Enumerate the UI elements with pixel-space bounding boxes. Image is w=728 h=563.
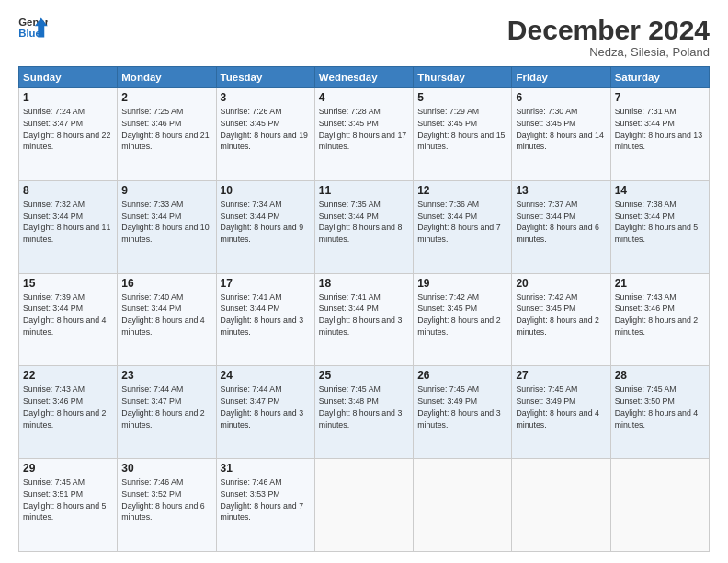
location: Nedza, Silesia, Poland [507, 45, 710, 59]
day-info: Sunrise: 7:34 AMSunset: 3:44 PMDaylight:… [221, 199, 311, 246]
day-number: 6 [516, 91, 606, 104]
title-block: December 2024 Nedza, Silesia, Poland [507, 15, 710, 59]
month-title: December 2024 [507, 15, 710, 45]
day-number: 19 [417, 277, 507, 290]
day-info: Sunrise: 7:45 AMSunset: 3:49 PMDaylight:… [417, 384, 507, 431]
day-number: 9 [121, 184, 211, 197]
page: General Blue December 2024 Nedza, Silesi… [0, 0, 728, 563]
day-number: 23 [121, 369, 211, 382]
day-number: 21 [615, 277, 705, 290]
day-number: 13 [516, 184, 606, 197]
day-number: 26 [417, 369, 507, 382]
day-info: Sunrise: 7:44 AMSunset: 3:47 PMDaylight:… [121, 384, 211, 431]
day-info: Sunrise: 7:43 AMSunset: 3:46 PMDaylight:… [615, 292, 705, 339]
header: General Blue December 2024 Nedza, Silesi… [18, 15, 710, 59]
day-info: Sunrise: 7:46 AMSunset: 3:52 PMDaylight:… [121, 477, 211, 523]
day-info: Sunrise: 7:33 AMSunset: 3:44 PMDaylight:… [121, 199, 211, 246]
day-info: Sunrise: 7:43 AMSunset: 3:46 PMDaylight:… [23, 384, 113, 431]
calendar-day-cell: 6 Sunrise: 7:30 AMSunset: 3:45 PMDayligh… [512, 88, 610, 181]
calendar-day-cell: 24 Sunrise: 7:44 AMSunset: 3:47 PMDaylig… [216, 366, 314, 459]
day-info: Sunrise: 7:28 AMSunset: 3:45 PMDaylight:… [319, 106, 409, 153]
day-info: Sunrise: 7:42 AMSunset: 3:45 PMDaylight:… [516, 292, 606, 339]
calendar-day-cell: 2 Sunrise: 7:25 AMSunset: 3:46 PMDayligh… [118, 88, 216, 181]
calendar-day-cell: 18 Sunrise: 7:41 AMSunset: 3:44 PMDaylig… [314, 273, 413, 366]
calendar-day-cell: 8 Sunrise: 7:32 AMSunset: 3:44 PMDayligh… [19, 180, 118, 273]
day-info: Sunrise: 7:42 AMSunset: 3:45 PMDaylight:… [417, 292, 507, 339]
day-info: Sunrise: 7:41 AMSunset: 3:44 PMDaylight:… [319, 292, 409, 339]
day-number: 2 [121, 91, 211, 104]
day-info: Sunrise: 7:45 AMSunset: 3:50 PMDaylight:… [615, 384, 705, 431]
calendar-week-row: 22 Sunrise: 7:43 AMSunset: 3:46 PMDaylig… [19, 366, 710, 459]
day-number: 31 [221, 462, 311, 475]
calendar-day-cell [610, 459, 709, 552]
calendar-day-cell [414, 459, 512, 552]
day-info: Sunrise: 7:29 AMSunset: 3:45 PMDaylight:… [417, 106, 507, 153]
day-number: 3 [221, 91, 311, 104]
day-number: 10 [221, 184, 311, 197]
calendar-day-cell: 5 Sunrise: 7:29 AMSunset: 3:45 PMDayligh… [414, 88, 512, 181]
day-info: Sunrise: 7:37 AMSunset: 3:44 PMDaylight:… [516, 199, 606, 246]
calendar-day-header: Thursday [414, 67, 512, 88]
calendar-day-cell: 23 Sunrise: 7:44 AMSunset: 3:47 PMDaylig… [118, 366, 216, 459]
day-info: Sunrise: 7:31 AMSunset: 3:44 PMDaylight:… [615, 106, 705, 153]
day-info: Sunrise: 7:45 AMSunset: 3:51 PMDaylight:… [23, 477, 113, 523]
day-number: 24 [221, 369, 311, 382]
calendar-week-row: 8 Sunrise: 7:32 AMSunset: 3:44 PMDayligh… [19, 180, 710, 273]
day-number: 7 [615, 91, 705, 104]
calendar-day-cell: 25 Sunrise: 7:45 AMSunset: 3:48 PMDaylig… [314, 366, 413, 459]
calendar-day-header: Friday [512, 67, 610, 88]
day-number: 16 [121, 277, 211, 290]
calendar-day-header: Tuesday [216, 67, 314, 88]
calendar-day-cell: 20 Sunrise: 7:42 AMSunset: 3:45 PMDaylig… [512, 273, 610, 366]
day-info: Sunrise: 7:26 AMSunset: 3:45 PMDaylight:… [221, 106, 311, 153]
day-info: Sunrise: 7:36 AMSunset: 3:44 PMDaylight:… [417, 199, 507, 246]
svg-text:Blue: Blue [18, 28, 41, 39]
calendar-day-cell: 15 Sunrise: 7:39 AMSunset: 3:44 PMDaylig… [19, 273, 118, 366]
calendar-day-cell: 19 Sunrise: 7:42 AMSunset: 3:45 PMDaylig… [414, 273, 512, 366]
day-number: 30 [121, 462, 211, 475]
calendar-day-cell: 26 Sunrise: 7:45 AMSunset: 3:49 PMDaylig… [414, 366, 512, 459]
calendar-day-header: Saturday [610, 67, 709, 88]
day-info: Sunrise: 7:32 AMSunset: 3:44 PMDaylight:… [23, 199, 113, 246]
calendar-day-cell: 13 Sunrise: 7:37 AMSunset: 3:44 PMDaylig… [512, 180, 610, 273]
day-number: 1 [23, 91, 113, 104]
calendar-day-header: Wednesday [314, 67, 413, 88]
generalblue-logo-icon: General Blue [18, 15, 48, 40]
calendar-day-header: Monday [118, 67, 216, 88]
calendar-day-cell: 12 Sunrise: 7:36 AMSunset: 3:44 PMDaylig… [414, 180, 512, 273]
calendar-day-cell: 16 Sunrise: 7:40 AMSunset: 3:44 PMDaylig… [118, 273, 216, 366]
calendar-day-cell: 7 Sunrise: 7:31 AMSunset: 3:44 PMDayligh… [610, 88, 709, 181]
day-info: Sunrise: 7:45 AMSunset: 3:49 PMDaylight:… [516, 384, 606, 431]
calendar-header-row: SundayMondayTuesdayWednesdayThursdayFrid… [19, 67, 710, 88]
calendar-day-cell: 28 Sunrise: 7:45 AMSunset: 3:50 PMDaylig… [610, 366, 709, 459]
calendar-day-cell: 29 Sunrise: 7:45 AMSunset: 3:51 PMDaylig… [19, 459, 118, 552]
calendar-day-cell: 27 Sunrise: 7:45 AMSunset: 3:49 PMDaylig… [512, 366, 610, 459]
calendar-day-cell: 22 Sunrise: 7:43 AMSunset: 3:46 PMDaylig… [19, 366, 118, 459]
day-info: Sunrise: 7:35 AMSunset: 3:44 PMDaylight:… [319, 199, 409, 246]
day-info: Sunrise: 7:39 AMSunset: 3:44 PMDaylight:… [23, 292, 113, 339]
calendar-day-cell: 3 Sunrise: 7:26 AMSunset: 3:45 PMDayligh… [216, 88, 314, 181]
day-number: 12 [417, 184, 507, 197]
calendar-week-row: 15 Sunrise: 7:39 AMSunset: 3:44 PMDaylig… [19, 273, 710, 366]
calendar-day-cell: 17 Sunrise: 7:41 AMSunset: 3:44 PMDaylig… [216, 273, 314, 366]
calendar-day-cell: 21 Sunrise: 7:43 AMSunset: 3:46 PMDaylig… [610, 273, 709, 366]
day-number: 25 [319, 369, 409, 382]
calendar-day-cell: 9 Sunrise: 7:33 AMSunset: 3:44 PMDayligh… [118, 180, 216, 273]
calendar-day-cell [512, 459, 610, 552]
day-number: 28 [615, 369, 705, 382]
day-number: 14 [615, 184, 705, 197]
calendar-week-row: 1 Sunrise: 7:24 AMSunset: 3:47 PMDayligh… [19, 88, 710, 181]
day-number: 29 [23, 462, 113, 475]
calendar-day-cell: 1 Sunrise: 7:24 AMSunset: 3:47 PMDayligh… [19, 88, 118, 181]
day-info: Sunrise: 7:24 AMSunset: 3:47 PMDaylight:… [23, 106, 113, 153]
day-number: 18 [319, 277, 409, 290]
day-number: 8 [23, 184, 113, 197]
calendar-day-cell: 31 Sunrise: 7:46 AMSunset: 3:53 PMDaylig… [216, 459, 314, 552]
day-info: Sunrise: 7:25 AMSunset: 3:46 PMDaylight:… [121, 106, 211, 153]
day-number: 4 [319, 91, 409, 104]
day-info: Sunrise: 7:44 AMSunset: 3:47 PMDaylight:… [221, 384, 311, 431]
day-number: 5 [417, 91, 507, 104]
calendar-day-cell: 10 Sunrise: 7:34 AMSunset: 3:44 PMDaylig… [216, 180, 314, 273]
calendar-day-cell [314, 459, 413, 552]
day-number: 11 [319, 184, 409, 197]
